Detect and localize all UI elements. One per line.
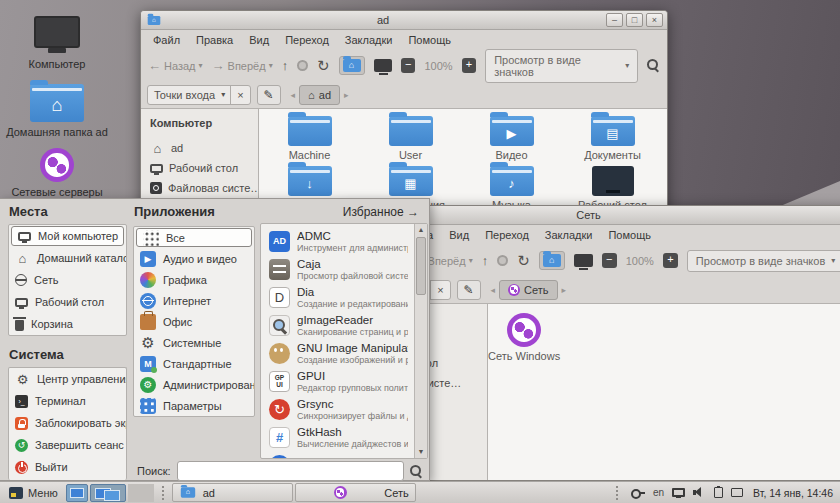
sidebar-item-filesystem[interactable]: Файловая систе… bbox=[150, 178, 258, 198]
search-input[interactable] bbox=[177, 461, 404, 481]
app-dia[interactable]: DDiaСоздание и редактирование диагра… bbox=[261, 283, 414, 311]
panel-handle[interactable] bbox=[162, 486, 169, 500]
scrollbar-thumb[interactable] bbox=[416, 237, 426, 295]
computer-view-button[interactable] bbox=[574, 254, 593, 267]
edit-location-button[interactable]: ✎ bbox=[457, 280, 481, 300]
computer-view-button[interactable] bbox=[374, 59, 392, 72]
breadcrumb-left-icon[interactable]: ◂ bbox=[287, 90, 300, 100]
keyboard-layout-indicator[interactable]: en bbox=[653, 487, 664, 498]
clipboard-icon[interactable] bbox=[714, 487, 723, 498]
zoom-in-button[interactable]: + bbox=[663, 253, 678, 268]
stop-button[interactable] bbox=[297, 60, 308, 71]
close-button[interactable]: × bbox=[646, 13, 663, 27]
back-button[interactable]: ←Назад▾ bbox=[148, 58, 203, 73]
folder-item[interactable]: Machine bbox=[259, 116, 360, 166]
window-selector-widget[interactable] bbox=[90, 484, 126, 502]
app-hp-device[interactable]: hpHP Device M… bbox=[261, 451, 414, 459]
breadcrumb-right-icon[interactable]: ▸ bbox=[558, 285, 571, 295]
zoom-out-button[interactable]: − bbox=[602, 253, 617, 268]
place-home[interactable]: ⌂Домашний каталог bbox=[9, 247, 126, 269]
category-graphics[interactable]: Графика bbox=[134, 269, 254, 290]
breadcrumb-left-icon[interactable]: ◂ bbox=[487, 285, 500, 295]
system-lock-screen[interactable]: Заблокировать экран bbox=[9, 412, 126, 434]
screen-layout-icon[interactable] bbox=[731, 488, 743, 497]
zoom-in-button[interactable]: + bbox=[462, 58, 477, 73]
category-internet[interactable]: Интернет bbox=[134, 290, 254, 311]
category-accessories[interactable]: MСтандартные bbox=[134, 353, 254, 374]
app-gtkhash[interactable]: #GtkHashВычисление дайджестов или контро… bbox=[261, 423, 414, 451]
menu-view[interactable]: Вид bbox=[441, 226, 477, 244]
up-button[interactable]: ↑ bbox=[282, 58, 289, 73]
system-shutdown[interactable]: Выйти bbox=[9, 456, 126, 478]
category-preferences[interactable]: Параметры bbox=[134, 395, 254, 416]
menu-go[interactable]: Переход bbox=[277, 31, 337, 49]
app-grsync[interactable]: ↻GrsyncСинхронизирует файлы и директори… bbox=[261, 395, 414, 423]
up-button[interactable]: ↑ bbox=[482, 253, 489, 268]
zoom-out-button[interactable]: − bbox=[401, 58, 416, 73]
app-gpui[interactable]: GPUIРедактор групповых политик позвол… bbox=[261, 367, 414, 395]
places-combo[interactable]: Точки входа ▾ × bbox=[147, 85, 251, 105]
volume-icon[interactable] bbox=[693, 487, 706, 498]
place-desktop[interactable]: Рабочий стол bbox=[9, 291, 126, 313]
clock[interactable]: Вт, 14 янв, 14:46 bbox=[753, 487, 833, 499]
breadcrumb-segment[interactable]: ⌂ad bbox=[299, 85, 340, 105]
menu-go[interactable]: Переход bbox=[477, 226, 537, 244]
menu-button[interactable]: Меню bbox=[3, 483, 64, 503]
category-administration[interactable]: ⚙Администрирование bbox=[134, 374, 254, 395]
folder-item[interactable]: ▤ Документы bbox=[562, 116, 663, 166]
close-sidebar-icon[interactable]: × bbox=[430, 281, 449, 299]
system-terminal[interactable]: ›_Терминал bbox=[9, 390, 126, 412]
favorites-link[interactable]: Избранное → bbox=[343, 205, 419, 219]
stop-button[interactable] bbox=[497, 255, 508, 266]
category-all[interactable]: Все bbox=[136, 228, 252, 247]
app-admc[interactable]: ADADMCИнструмент для администрировани… bbox=[261, 227, 414, 255]
password-key-icon[interactable] bbox=[631, 489, 645, 497]
edit-location-button[interactable]: ✎ bbox=[257, 85, 281, 105]
place-my-computer[interactable]: Мой компьютер bbox=[11, 226, 124, 246]
category-audio-video[interactable]: ▶Аудио и видео bbox=[134, 248, 254, 269]
place-trash[interactable]: Корзина bbox=[9, 313, 126, 335]
folder-item[interactable]: User bbox=[360, 116, 461, 166]
desktop-icon-computer[interactable]: Компьютер bbox=[2, 16, 112, 70]
breadcrumb-right-icon[interactable]: ▸ bbox=[340, 90, 353, 100]
sidebar-item-desktop[interactable]: Рабочий стол bbox=[150, 158, 258, 178]
menu-bookmarks[interactable]: Закладки bbox=[537, 226, 601, 244]
minimize-button[interactable]: – bbox=[606, 13, 623, 27]
menu-file[interactable]: Файл bbox=[145, 31, 188, 49]
maximize-button[interactable]: □ bbox=[626, 13, 643, 27]
app-gimagereader[interactable]: gImageReaderСканирование страниц и распо… bbox=[261, 311, 414, 339]
category-office[interactable]: Офис bbox=[134, 311, 254, 332]
system-logout[interactable]: ↺Завершить сеанс bbox=[9, 434, 126, 456]
app-gimp[interactable]: GNU Image Manipulation Progr…Создание из… bbox=[261, 339, 414, 367]
folder-item[interactable]: ▶ Видео bbox=[461, 116, 562, 166]
tray-handle[interactable] bbox=[616, 486, 623, 500]
network-item[interactable]: Сеть Windows bbox=[488, 313, 560, 362]
reload-button[interactable]: ↻ bbox=[317, 57, 330, 75]
home-places-button[interactable] bbox=[339, 56, 365, 75]
view-mode-dropdown[interactable]: Просмотр в виде значков▾ bbox=[687, 250, 840, 272]
menu-bookmarks[interactable]: Закладки bbox=[337, 31, 401, 49]
desktop-icon-home-folder[interactable]: ⌂ Домашняя папка ad bbox=[2, 84, 112, 138]
close-sidebar-icon[interactable]: × bbox=[230, 86, 249, 104]
menu-help[interactable]: Помощь bbox=[600, 226, 659, 244]
system-control-center[interactable]: ⚙Центр управления bbox=[9, 368, 126, 390]
scroll-up-icon[interactable]: ▲ bbox=[415, 224, 427, 236]
category-system[interactable]: ⚙Системные bbox=[134, 332, 254, 353]
menu-edit[interactable]: Правка bbox=[188, 31, 241, 49]
menu-view[interactable]: Вид bbox=[241, 31, 277, 49]
app-list-scrollbar[interactable]: ▲ ▼ bbox=[414, 224, 427, 458]
place-network[interactable]: Сеть bbox=[9, 269, 126, 291]
show-desktop-button[interactable] bbox=[66, 484, 88, 502]
reload-button[interactable]: ↻ bbox=[517, 252, 530, 270]
desktop-icon-network-servers[interactable]: Сетевые серверы bbox=[2, 148, 112, 198]
search-icon[interactable] bbox=[410, 465, 423, 478]
display-icon[interactable] bbox=[672, 488, 685, 497]
task-button-network[interactable]: Сеть bbox=[295, 483, 416, 502]
sidebar-item-home[interactable]: ⌂ad bbox=[150, 138, 258, 158]
scroll-down-icon[interactable]: ▼ bbox=[415, 446, 427, 458]
breadcrumb-segment[interactable]: Сеть bbox=[499, 280, 557, 300]
search-icon[interactable] bbox=[647, 59, 660, 72]
view-mode-dropdown[interactable]: Просмотр в виде значков▾ bbox=[485, 49, 638, 83]
workspace-switcher[interactable] bbox=[128, 484, 154, 502]
task-button-ad[interactable]: ad bbox=[172, 483, 293, 502]
